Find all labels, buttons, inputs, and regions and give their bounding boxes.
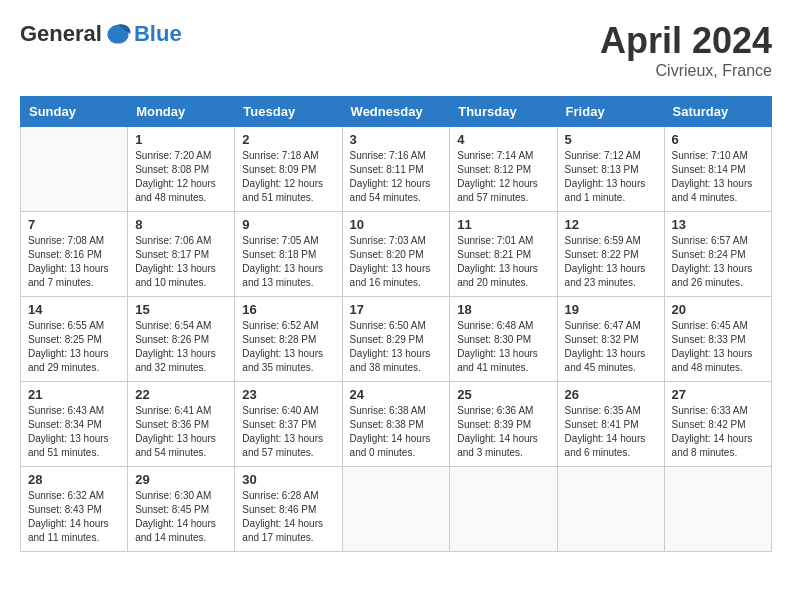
title-block: April 2024 Civrieux, France (600, 20, 772, 80)
day-number: 25 (457, 387, 549, 402)
day-info: Sunrise: 6:48 AMSunset: 8:30 PMDaylight:… (457, 319, 549, 375)
header-sunday: Sunday (21, 97, 128, 127)
day-number: 1 (135, 132, 227, 147)
calendar-cell: 2Sunrise: 7:18 AMSunset: 8:09 PMDaylight… (235, 127, 342, 212)
day-info: Sunrise: 6:28 AMSunset: 8:46 PMDaylight:… (242, 489, 334, 545)
day-number: 19 (565, 302, 657, 317)
calendar-cell: 23Sunrise: 6:40 AMSunset: 8:37 PMDayligh… (235, 382, 342, 467)
day-number: 9 (242, 217, 334, 232)
page-header: General Blue April 2024 Civrieux, France (20, 20, 772, 80)
day-number: 22 (135, 387, 227, 402)
day-number: 21 (28, 387, 120, 402)
week-row-2: 7Sunrise: 7:08 AMSunset: 8:16 PMDaylight… (21, 212, 772, 297)
day-number: 8 (135, 217, 227, 232)
calendar-cell: 4Sunrise: 7:14 AMSunset: 8:12 PMDaylight… (450, 127, 557, 212)
calendar-cell: 22Sunrise: 6:41 AMSunset: 8:36 PMDayligh… (128, 382, 235, 467)
day-info: Sunrise: 6:30 AMSunset: 8:45 PMDaylight:… (135, 489, 227, 545)
calendar-cell (342, 467, 450, 552)
day-info: Sunrise: 6:38 AMSunset: 8:38 PMDaylight:… (350, 404, 443, 460)
day-info: Sunrise: 6:40 AMSunset: 8:37 PMDaylight:… (242, 404, 334, 460)
month-title: April 2024 (600, 20, 772, 62)
calendar-cell: 26Sunrise: 6:35 AMSunset: 8:41 PMDayligh… (557, 382, 664, 467)
day-info: Sunrise: 6:32 AMSunset: 8:43 PMDaylight:… (28, 489, 120, 545)
day-number: 24 (350, 387, 443, 402)
calendar-cell: 20Sunrise: 6:45 AMSunset: 8:33 PMDayligh… (664, 297, 771, 382)
day-number: 7 (28, 217, 120, 232)
logo-blue: Blue (134, 21, 182, 47)
day-number: 18 (457, 302, 549, 317)
logo-general: General (20, 21, 102, 47)
calendar-cell: 16Sunrise: 6:52 AMSunset: 8:28 PMDayligh… (235, 297, 342, 382)
calendar-cell: 12Sunrise: 6:59 AMSunset: 8:22 PMDayligh… (557, 212, 664, 297)
calendar-cell: 7Sunrise: 7:08 AMSunset: 8:16 PMDaylight… (21, 212, 128, 297)
day-info: Sunrise: 6:54 AMSunset: 8:26 PMDaylight:… (135, 319, 227, 375)
calendar-cell: 30Sunrise: 6:28 AMSunset: 8:46 PMDayligh… (235, 467, 342, 552)
day-number: 23 (242, 387, 334, 402)
calendar-cell (664, 467, 771, 552)
day-info: Sunrise: 7:05 AMSunset: 8:18 PMDaylight:… (242, 234, 334, 290)
day-number: 16 (242, 302, 334, 317)
day-number: 17 (350, 302, 443, 317)
calendar-table: Sunday Monday Tuesday Wednesday Thursday… (20, 96, 772, 552)
calendar-cell: 25Sunrise: 6:36 AMSunset: 8:39 PMDayligh… (450, 382, 557, 467)
day-number: 26 (565, 387, 657, 402)
day-info: Sunrise: 7:06 AMSunset: 8:17 PMDaylight:… (135, 234, 227, 290)
week-row-3: 14Sunrise: 6:55 AMSunset: 8:25 PMDayligh… (21, 297, 772, 382)
calendar-cell: 5Sunrise: 7:12 AMSunset: 8:13 PMDaylight… (557, 127, 664, 212)
day-info: Sunrise: 7:16 AMSunset: 8:11 PMDaylight:… (350, 149, 443, 205)
calendar-cell: 13Sunrise: 6:57 AMSunset: 8:24 PMDayligh… (664, 212, 771, 297)
calendar-cell: 1Sunrise: 7:20 AMSunset: 8:08 PMDaylight… (128, 127, 235, 212)
calendar-cell (450, 467, 557, 552)
calendar-cell: 10Sunrise: 7:03 AMSunset: 8:20 PMDayligh… (342, 212, 450, 297)
header-row: Sunday Monday Tuesday Wednesday Thursday… (21, 97, 772, 127)
day-info: Sunrise: 6:45 AMSunset: 8:33 PMDaylight:… (672, 319, 764, 375)
day-info: Sunrise: 7:12 AMSunset: 8:13 PMDaylight:… (565, 149, 657, 205)
calendar-cell: 18Sunrise: 6:48 AMSunset: 8:30 PMDayligh… (450, 297, 557, 382)
calendar-cell: 9Sunrise: 7:05 AMSunset: 8:18 PMDaylight… (235, 212, 342, 297)
day-number: 3 (350, 132, 443, 147)
day-number: 28 (28, 472, 120, 487)
day-number: 2 (242, 132, 334, 147)
calendar-cell: 29Sunrise: 6:30 AMSunset: 8:45 PMDayligh… (128, 467, 235, 552)
calendar-cell: 21Sunrise: 6:43 AMSunset: 8:34 PMDayligh… (21, 382, 128, 467)
day-number: 6 (672, 132, 764, 147)
calendar-cell: 8Sunrise: 7:06 AMSunset: 8:17 PMDaylight… (128, 212, 235, 297)
day-info: Sunrise: 7:01 AMSunset: 8:21 PMDaylight:… (457, 234, 549, 290)
calendar-cell: 3Sunrise: 7:16 AMSunset: 8:11 PMDaylight… (342, 127, 450, 212)
header-tuesday: Tuesday (235, 97, 342, 127)
day-number: 15 (135, 302, 227, 317)
day-info: Sunrise: 6:50 AMSunset: 8:29 PMDaylight:… (350, 319, 443, 375)
header-monday: Monday (128, 97, 235, 127)
day-number: 27 (672, 387, 764, 402)
header-wednesday: Wednesday (342, 97, 450, 127)
location-title: Civrieux, France (600, 62, 772, 80)
day-info: Sunrise: 6:35 AMSunset: 8:41 PMDaylight:… (565, 404, 657, 460)
day-number: 5 (565, 132, 657, 147)
day-info: Sunrise: 7:18 AMSunset: 8:09 PMDaylight:… (242, 149, 334, 205)
calendar-cell: 14Sunrise: 6:55 AMSunset: 8:25 PMDayligh… (21, 297, 128, 382)
calendar-cell: 27Sunrise: 6:33 AMSunset: 8:42 PMDayligh… (664, 382, 771, 467)
day-number: 10 (350, 217, 443, 232)
day-number: 4 (457, 132, 549, 147)
calendar-cell: 6Sunrise: 7:10 AMSunset: 8:14 PMDaylight… (664, 127, 771, 212)
day-number: 12 (565, 217, 657, 232)
day-info: Sunrise: 6:59 AMSunset: 8:22 PMDaylight:… (565, 234, 657, 290)
calendar-cell: 19Sunrise: 6:47 AMSunset: 8:32 PMDayligh… (557, 297, 664, 382)
calendar-cell: 28Sunrise: 6:32 AMSunset: 8:43 PMDayligh… (21, 467, 128, 552)
calendar-cell: 11Sunrise: 7:01 AMSunset: 8:21 PMDayligh… (450, 212, 557, 297)
day-info: Sunrise: 7:14 AMSunset: 8:12 PMDaylight:… (457, 149, 549, 205)
day-number: 30 (242, 472, 334, 487)
week-row-1: 1Sunrise: 7:20 AMSunset: 8:08 PMDaylight… (21, 127, 772, 212)
day-number: 20 (672, 302, 764, 317)
header-saturday: Saturday (664, 97, 771, 127)
day-info: Sunrise: 6:47 AMSunset: 8:32 PMDaylight:… (565, 319, 657, 375)
day-info: Sunrise: 6:57 AMSunset: 8:24 PMDaylight:… (672, 234, 764, 290)
day-number: 29 (135, 472, 227, 487)
day-info: Sunrise: 6:41 AMSunset: 8:36 PMDaylight:… (135, 404, 227, 460)
week-row-5: 28Sunrise: 6:32 AMSunset: 8:43 PMDayligh… (21, 467, 772, 552)
day-number: 14 (28, 302, 120, 317)
header-friday: Friday (557, 97, 664, 127)
day-number: 11 (457, 217, 549, 232)
calendar-cell: 15Sunrise: 6:54 AMSunset: 8:26 PMDayligh… (128, 297, 235, 382)
day-info: Sunrise: 7:08 AMSunset: 8:16 PMDaylight:… (28, 234, 120, 290)
